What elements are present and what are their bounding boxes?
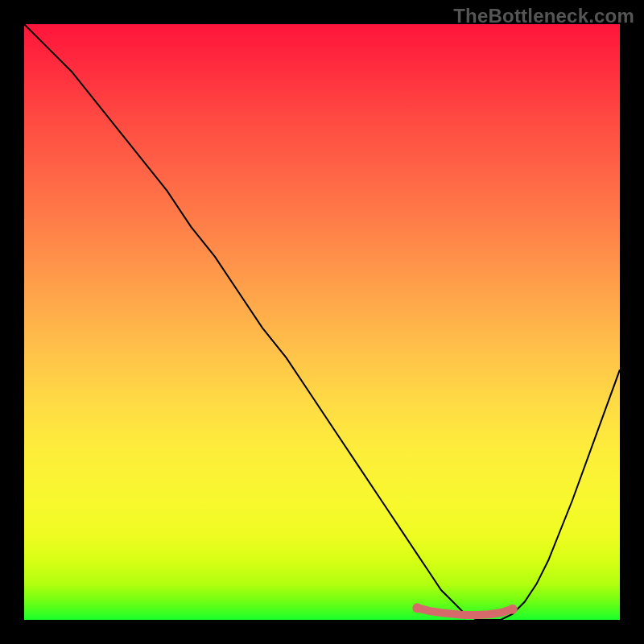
watermark-text: TheBottleneck.com — [453, 5, 634, 27]
curve-overlay — [24, 24, 620, 620]
highlight-segment — [417, 608, 512, 615]
highlight-dot-right — [508, 605, 518, 614]
highlight-dot-left — [412, 603, 422, 613]
chart-frame: TheBottleneck.com — [0, 0, 644, 644]
bottleneck-curve — [24, 24, 620, 620]
plot-area — [24, 24, 620, 620]
